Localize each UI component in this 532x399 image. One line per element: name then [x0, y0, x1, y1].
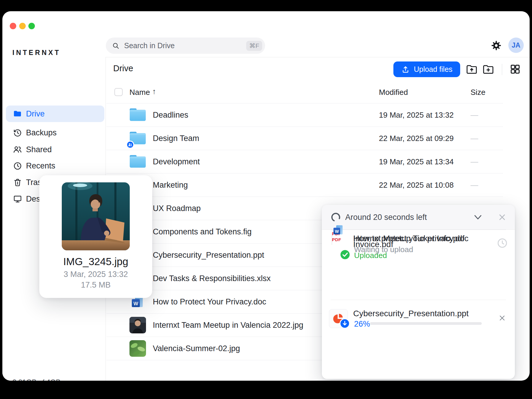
upload-item-uploading: Cybersecurity_Presentation.ppt 26%	[322, 305, 515, 334]
backups-history-icon	[13, 128, 22, 137]
select-all-checkbox[interactable]	[114, 88, 123, 96]
photo-thumbnail-plant	[129, 340, 146, 357]
toast-separator	[331, 300, 506, 300]
upload-progress-bar	[370, 322, 482, 325]
toast-header: Around 20 seconds left	[322, 205, 515, 230]
shared-folder-badge	[126, 141, 134, 149]
search-icon	[112, 42, 120, 50]
file-name: Marketing	[153, 181, 188, 190]
preview-date: 3 Mar, 2025 13:32	[39, 270, 152, 279]
sidebar-item-label: Drive	[26, 109, 45, 119]
file-name: Design Team	[153, 134, 199, 143]
sidebar-item-label: Recents	[26, 161, 55, 171]
avatar[interactable]: JA	[508, 38, 524, 53]
folder-plus-icon	[482, 63, 494, 76]
column-header-name[interactable]: Name	[129, 88, 150, 97]
upload-status: Waiting to upload	[354, 245, 413, 254]
table-row[interactable]: Development 19 Mar, 2025 at 13:34 —	[106, 150, 503, 173]
column-header-size[interactable]: Size	[471, 88, 486, 97]
minimize-window-button[interactable]	[19, 23, 26, 29]
svg-text:W: W	[335, 229, 339, 234]
toolbar-divider	[502, 64, 502, 75]
new-folder-button[interactable]	[482, 63, 494, 76]
upload-folder-button[interactable]	[466, 63, 478, 76]
trash-icon	[13, 178, 22, 187]
sidebar-item-drive[interactable]: Drive	[6, 106, 104, 122]
storage-usage-label: 2.81GB of 4GB	[12, 378, 95, 381]
sort-ascending-icon[interactable]: ↑	[152, 87, 156, 96]
file-size: —	[471, 181, 478, 190]
file-modified: 22 Mar, 2025 at 09:29	[379, 134, 454, 143]
upload-item-name: How to protect your privacy.doc	[353, 234, 468, 243]
doc-file-icon: W	[332, 233, 332, 239]
preview-size: 17.5 MB	[39, 280, 152, 290]
gear-icon	[490, 40, 502, 51]
photo-thumbnail-person	[129, 317, 146, 333]
zoom-window-button[interactable]	[28, 23, 35, 29]
file-name: Internxt Team Meetup in Valencia 2022.jp…	[153, 321, 303, 330]
storage-meter: 2.81GB of 4GB Upgrade now	[12, 378, 95, 381]
page-title: Drive	[113, 64, 133, 73]
waiting-clock-icon	[497, 238, 508, 249]
file-size: —	[471, 111, 478, 120]
drive-folder-icon	[13, 109, 22, 118]
file-icon	[129, 153, 147, 170]
upload-files-button[interactable]: Upload files	[393, 61, 460, 77]
folder-upload-icon	[466, 63, 478, 76]
folder-icon	[129, 154, 147, 169]
file-size: —	[471, 157, 478, 166]
upload-item-name: Cybersecurity_Presentation.ppt	[353, 309, 469, 318]
search-placeholder: Search in Drive	[124, 41, 246, 50]
sidebar-item-label: Backups	[26, 128, 57, 137]
search-input[interactable]: Search in Drive ⌘F	[106, 38, 265, 54]
close-window-button[interactable]	[10, 23, 16, 29]
table-row[interactable]: Marketing 22 Mar, 2025 at 10:08 —	[106, 173, 503, 197]
folder-icon	[129, 107, 147, 123]
file-modified: 19 Mar, 2025 at 13:32	[379, 111, 454, 120]
file-icon	[129, 107, 147, 123]
file-size: —	[471, 134, 478, 143]
table-header: Name ↑ Modified Size	[106, 77, 503, 103]
downloading-arrow-badge	[340, 318, 350, 330]
file-name: How to Protect Your Privacy.doc	[153, 297, 266, 306]
waiting-clock	[497, 237, 508, 249]
desktop-background: INTERNXT Search in Drive ⌘F	[0, 0, 532, 399]
grid-view-icon	[510, 64, 521, 75]
file-name: UX Roadmap	[153, 204, 201, 213]
cancel-upload-icon[interactable]	[498, 314, 507, 322]
internxt-logo: INTERNXT	[12, 49, 61, 57]
upload-progress-toast: Around 20 seconds left PDF Invoice.pdf U…	[322, 205, 515, 379]
settings-button[interactable]	[490, 40, 502, 51]
cancel-upload-button[interactable]	[497, 312, 508, 324]
recents-clock-icon	[13, 161, 22, 171]
upload-icon	[401, 65, 410, 74]
search-shortcut-badge: ⌘F	[246, 41, 262, 51]
file-icon	[129, 340, 147, 357]
file-name: Development	[153, 157, 200, 166]
sidebar-item-label: Shared	[26, 145, 52, 154]
close-toast-button[interactable]	[497, 213, 507, 222]
file-icon	[129, 130, 147, 147]
file-name: Dev Tasks & Responsibilities.xlsx	[153, 274, 271, 283]
sidebar-item-shared[interactable]: Shared	[6, 142, 104, 157]
upload-percent: 26%	[354, 319, 370, 329]
toast-title: Around 20 seconds left	[345, 205, 427, 230]
file-name: Deadlines	[153, 111, 188, 120]
file-icon	[129, 317, 147, 333]
table-row[interactable]: Deadlines 19 Mar, 2025 at 13:32 —	[106, 103, 503, 127]
column-header-modified[interactable]: Modified	[379, 88, 408, 97]
app-window: INTERNXT Search in Drive ⌘F	[2, 11, 530, 381]
shared-people-icon	[13, 145, 22, 154]
grid-view-button[interactable]	[509, 63, 521, 76]
spinner-icon	[330, 212, 341, 223]
svg-text:W: W	[133, 301, 138, 306]
preview-filename: IMG_3245.jpg	[39, 256, 152, 267]
collapse-toast-button[interactable]	[473, 213, 483, 221]
upload-item-waiting: W How to protect your privacy.doc Waitin…	[322, 230, 515, 259]
file-name: Cybersecurity_Presentation.ppt	[153, 251, 264, 260]
sidebar-item-backups[interactable]: Backups	[6, 126, 104, 140]
preview-photo	[62, 182, 130, 250]
sidebar-item-recents[interactable]: Recents	[6, 159, 104, 173]
file-name: Components and Tokens.fig	[153, 227, 252, 236]
table-row[interactable]: Design Team 22 Mar, 2025 at 09:29 —	[106, 127, 503, 150]
